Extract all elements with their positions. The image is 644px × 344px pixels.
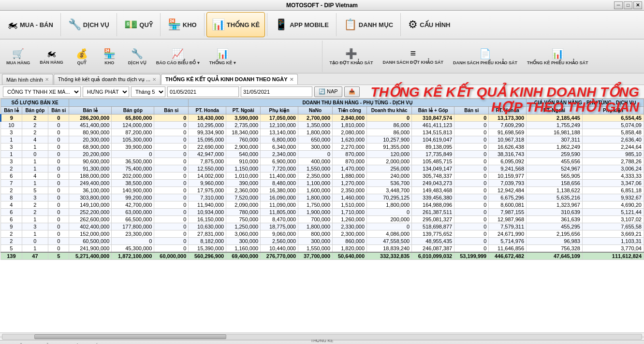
window-controls[interactable]: ─ □ ✕ — [614, 1, 642, 9]
table-cell: 7,310,000 — [189, 194, 226, 201]
tb-mua-hang[interactable]: 🛒 MUA HÀNG — [2, 43, 34, 70]
tb-dich-vu[interactable]: 🔧 DỊCH VỤ — [124, 43, 151, 70]
branch-select[interactable]: HƯNG PHÁT — [83, 86, 129, 97]
table-cell: 7,520,000 — [226, 194, 261, 201]
table-cell: 1 — [22, 165, 48, 172]
th-ban-gop: Bán góp — [22, 107, 48, 115]
table-cell: 1,755,249 — [527, 122, 583, 129]
table-cell: 300,000 — [298, 238, 333, 245]
menu-item-cau-hinh[interactable]: ⚙ CẤU HÌNH — [403, 12, 455, 37]
tb-tao-dot[interactable]: ➕ TẠO ĐỢT KHẢO SÁT — [325, 43, 378, 70]
table-cell: 985,10 — [582, 151, 644, 158]
table-row: 710249,400,00038,500,00009,960,000390,00… — [1, 180, 644, 187]
table-cell: 8 — [1, 194, 22, 201]
close-button[interactable]: ✕ — [633, 1, 642, 9]
tab-man-hinh-chinh[interactable]: Màn hình chính ✕ — [2, 74, 53, 85]
table-cell: 0 — [454, 151, 489, 158]
table-cell: 0 — [154, 158, 189, 165]
menu-item-danh-muc[interactable]: 📋 DANH MỤC — [338, 12, 398, 37]
table-row: 930402,400,000177,800,000010,630,0001,25… — [1, 223, 644, 230]
nap-button[interactable]: 🔄 NAP — [314, 86, 342, 97]
table-cell: 6,340,000 — [261, 143, 298, 151]
table-cell: 9,060,000 — [261, 230, 298, 238]
menu-item-mua-ban[interactable]: 🏍 MUA - BÁN — [2, 12, 59, 37]
table-cell: 0 — [454, 180, 489, 187]
table-cell: 1,810,000 — [333, 122, 367, 129]
date-to-input[interactable] — [241, 86, 312, 97]
table-cell: 22,690,000 — [189, 143, 226, 151]
table-cell: 2,735,000 — [226, 122, 261, 129]
table-cell: 0 — [454, 172, 489, 180]
table-cell: 0 — [454, 122, 489, 129]
th-nano: NaNo — [298, 107, 333, 115]
menu-item-thong-ke[interactable]: 📊 THỐNG KÊ — [206, 12, 265, 37]
tab-tk-doanh-thu-close[interactable]: ✕ — [152, 77, 156, 82]
tab-tk-kinh-doanh[interactable]: THỐNG KÊ KẾT QUẢ KINH DOANH THEO NGÀY ✕ — [161, 74, 298, 85]
tb-tk-phieu[interactable]: 📊 THỐNG KÊ PHIẾU KHẢO SÁT — [523, 43, 593, 70]
table-cell: 0 — [48, 223, 69, 230]
tab-tk-doanh-thu[interactable]: Thống kê kết quả doanh thu dịch vụ ... ✕ — [54, 74, 161, 85]
table-cell: 2,560,000 — [261, 238, 298, 245]
table-cell: 6 — [1, 209, 22, 216]
table-cell: 42,947,000 — [189, 151, 226, 158]
tb-bao-cao[interactable]: 📈 BÁO CÁO BIỂU ĐỒ ▾ — [152, 43, 204, 70]
table-cell: 17,975,000 — [189, 187, 226, 194]
table-cell: 9,241,568 — [489, 165, 527, 172]
table-cell: 38,316,743 — [489, 151, 527, 158]
data-table-container[interactable]: SỐ LƯỢNG BÁN XE DOANH THU BÁN HÀNG - PHỤ… — [0, 99, 644, 332]
menu-item-dich-vu[interactable]: 🔧 DỊCH VỤ — [63, 12, 115, 37]
tb-tk-phieu-label: THỐNG KÊ PHIẾU KHẢO SÁT — [527, 60, 588, 65]
menu-item-quy[interactable]: 💵 QUỸ — [119, 12, 158, 37]
tb-ds-dot[interactable]: ≡ DANH SÁCH ĐỢT KHẢO SÁT — [379, 43, 448, 70]
company-select[interactable]: CÔNG TY TNHH XE MÁ... — [3, 86, 81, 97]
table-cell: 1,350,000 — [298, 122, 333, 129]
scrollbar-area[interactable] — [0, 332, 644, 340]
app-title: MOTOSOFT - DIP Vietnam — [286, 2, 358, 9]
th-phu-kien: Phụ kiện — [261, 107, 298, 115]
table-cell: 565,905 — [527, 172, 583, 180]
tb-ban-hang[interactable]: 🏍 BÁN HÀNG — [35, 43, 68, 70]
toolbar-sep — [322, 41, 322, 72]
ds-phieu-icon: 📄 — [479, 48, 491, 59]
table-cell: 134,049,147 — [412, 165, 454, 172]
minimize-button[interactable]: ─ — [614, 1, 623, 9]
table-cell: 0 — [154, 115, 189, 122]
table-cell: 252,200,000 — [69, 209, 112, 216]
table-cell: 400,000 — [298, 158, 333, 165]
horizontal-scrollbar[interactable] — [2, 334, 642, 340]
table-cell: 80,900,000 — [69, 129, 112, 136]
dich-vu-icon: 🔧 — [68, 18, 81, 31]
table-cell: 300,000 — [226, 238, 261, 245]
table-cell: 6,800,000 — [261, 136, 298, 143]
tb-thong-ke[interactable]: 📊 THỐNG KÊ ▾ — [205, 43, 240, 70]
scrollbar-thumb[interactable] — [34, 334, 226, 339]
tab-tk-kinh-doanh-close[interactable]: ✕ — [290, 77, 293, 82]
th-ban-si-val: Bán si — [154, 107, 189, 115]
table-cell: 1,103,31 — [582, 238, 644, 245]
table-cell: 12,550,000 — [189, 165, 226, 172]
menu-separator-3 — [160, 13, 161, 36]
tb-quy[interactable]: 💰 QUỸ — [69, 43, 95, 70]
table-cell: 0 — [367, 209, 412, 216]
maximize-button[interactable]: □ — [624, 1, 632, 9]
tb-ds-phieu[interactable]: 📄 DANH SÁCH PHIẾU KHẢO SÁT — [449, 43, 522, 70]
table-cell: 0 — [454, 187, 489, 194]
table-cell: 1,550,000 — [298, 165, 333, 172]
date-from-input[interactable] — [167, 86, 239, 97]
menu-label-quy: QUỸ — [139, 21, 153, 29]
table-cell: 0 — [454, 143, 489, 151]
table-cell: 0 — [298, 151, 333, 158]
tab-man-hinh-chinh-close[interactable]: ✕ — [45, 77, 49, 82]
menu-item-app-mobile[interactable]: 📱 APP MOBILE — [269, 12, 334, 37]
table-cell: 0 — [154, 187, 189, 194]
tb-kho[interactable]: 🏪 KHO — [96, 43, 123, 70]
app-mobile-icon: 📱 — [275, 18, 288, 31]
table-cell: 9 — [1, 115, 22, 122]
table-cell: 13,173,300 — [489, 115, 527, 122]
period-select[interactable]: Tháng 5 — [131, 86, 165, 97]
table-cell: 45,300,000 — [112, 245, 154, 253]
export-button[interactable]: 📥 — [344, 86, 360, 97]
table-cell: 1,460,000 — [333, 194, 367, 201]
cau-hinh-icon: ⚙ — [408, 18, 418, 31]
menu-item-kho[interactable]: 🏪 KHO — [162, 12, 202, 37]
